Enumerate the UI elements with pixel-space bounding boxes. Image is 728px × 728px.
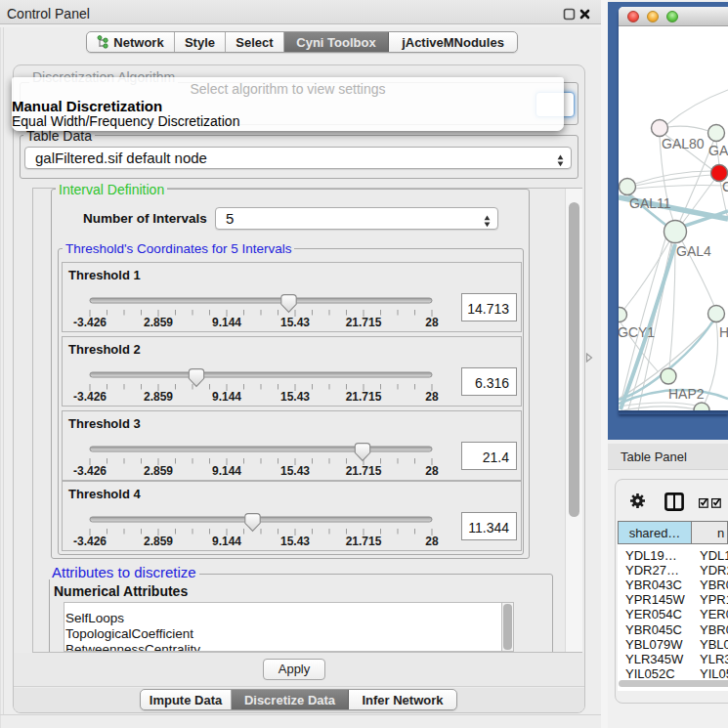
svg-text:GAL80: GAL80	[662, 136, 705, 151]
svg-text:HAP2: HAP2	[668, 386, 705, 402]
svg-text:H: H	[719, 324, 728, 340]
svg-text:C: C	[722, 179, 728, 194]
svg-text:GCY1: GCY1	[619, 324, 655, 340]
svg-text:GAL4: GAL4	[676, 243, 711, 259]
svg-text:GA: GA	[708, 143, 728, 158]
svg-text:GAL11: GAL11	[629, 195, 671, 211]
